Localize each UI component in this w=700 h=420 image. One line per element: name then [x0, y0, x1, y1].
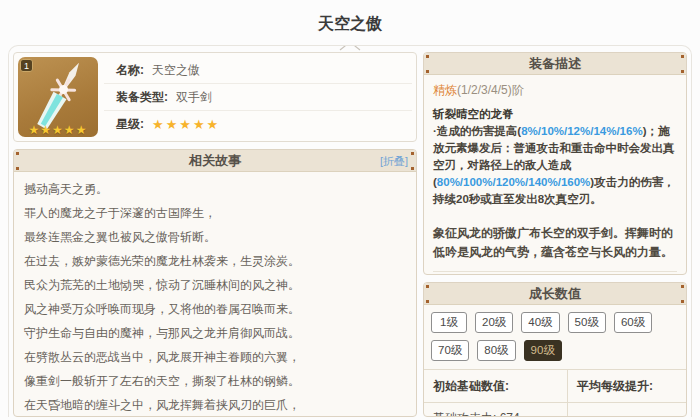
story-paragraph: 撼动高天之勇。: [24, 177, 406, 201]
content-frame: 1: [8, 45, 692, 417]
per-level-column: 平均每级提升:: [568, 370, 686, 417]
initial-stats-column: 初始基础数值: 基础攻击力: 674元素充能效率: 36.8%: [424, 370, 568, 417]
story-paragraph: 在过去，嫉妒蒙德光荣的魔龙杜林袭来，生灵涂炭。: [24, 249, 406, 273]
growth-panel-header: 成长数值: [424, 283, 686, 305]
description-body: 精炼(1/2/3/4/5)阶 斩裂晴空的龙脊 ·造成的伤害提高(8%/10%/1…: [424, 75, 686, 275]
chevron-up-icon: [338, 45, 362, 51]
level-buttons: 1级20级40级50级60级70级80级90级: [424, 305, 686, 370]
stat-line: 基础攻击力: 674: [433, 408, 558, 417]
weapon-card: 1: [13, 52, 417, 142]
star-rating: ★★★★★: [152, 117, 220, 132]
field-row-type: 装备类型: 双手剑: [104, 84, 412, 111]
growth-panel-title: 成长数值: [529, 286, 581, 301]
story-panel-header: 相关故事 [折叠]: [14, 150, 416, 172]
level-button-50级[interactable]: 50级: [568, 312, 606, 333]
per-level-header: 平均每级提升:: [568, 370, 686, 403]
field-label: 装备类型:: [116, 89, 168, 106]
story-paragraph: 风之神受万众呼唤而现身，又将他的眷属召唤而来。: [24, 297, 406, 321]
story-paragraph: 民众为荒芜的土地恸哭，惊动了沉睡林间的风之神。: [24, 273, 406, 297]
weapon-fields: 名称: 天空之傲 装备类型: 双手剑 星级: ★★★★★: [104, 57, 412, 137]
passive-effect: ·造成的伤害提高(8%/10%/12%/14%/16%)；施放元素爆发后：普通攻…: [433, 123, 677, 208]
field-row-rarity: 星级: ★★★★★: [104, 111, 412, 137]
initial-stats: 基础攻击力: 674元素充能效率: 36.8%: [424, 403, 567, 417]
story-panel: 相关故事 [折叠] 撼动高天之勇。罪人的魔龙之子于深邃的古国降生，最终连黑金之翼…: [13, 149, 417, 417]
refine-ranks: (1/2/3/4/5)阶: [457, 83, 524, 97]
description-panel: 装备描述 精炼(1/2/3/4/5)阶 斩裂晴空的龙脊 ·造成的伤害提高(8%/…: [423, 52, 687, 275]
story-paragraph: 在天昏地暗的缠斗之中，风龙挥舞着挟风刃的巨爪，: [24, 393, 406, 417]
growth-panel: 成长数值 1级20级40级50级60级70级80级90级 初始基础数值: 基础攻…: [423, 282, 687, 417]
icon-star-rating: ★★★★★: [18, 123, 98, 137]
effect-value-segment: 80%/100%/120%/140%/160%: [437, 176, 590, 188]
passive-name: 斩裂晴空的龙脊: [433, 107, 677, 121]
field-value: 双手剑: [176, 89, 212, 106]
level-button-70级[interactable]: 70级: [431, 340, 469, 361]
stat-columns: 初始基础数值: 基础攻击力: 674元素充能效率: 36.8% 平均每级提升:: [424, 370, 686, 417]
level-button-1级[interactable]: 1级: [431, 312, 467, 333]
field-label: 名称:: [116, 62, 144, 79]
effect-value-segment: 8%/10%/12%/14%/16%: [521, 125, 642, 137]
page-title: 天空之傲: [0, 0, 700, 45]
story-body: 撼动高天之勇。罪人的魔龙之子于深邃的古国降生，最终连黑金之翼也被风之傲骨斩断。在…: [14, 172, 416, 417]
flavor-text: 象征风龙的骄傲广布长空的双手剑。挥舞时的低吟是风龙的气势，蕴含苍空与长风的力量。: [433, 224, 677, 262]
effect-text-segment: ·造成的伤害提高(: [433, 125, 521, 137]
story-paragraph: 最终连黑金之翼也被风之傲骨斩断。: [24, 225, 406, 249]
story-paragraph: 罪人的魔龙之子于深邃的古国降生，: [24, 201, 406, 225]
level-button-80级[interactable]: 80级: [477, 340, 515, 361]
count-badge: 1: [20, 59, 33, 72]
adventure-rank-limit: 冒险等阶限制: 无: [433, 271, 677, 275]
refine-line: 精炼(1/2/3/4/5)阶: [433, 83, 677, 97]
story-paragraph: 像重剑一般斩开了左右的天空，撕裂了杜林的钢鳞。: [24, 369, 406, 393]
field-label: 星级:: [116, 116, 144, 133]
story-panel-title: 相关故事: [189, 153, 241, 168]
description-panel-header: 装备描述: [424, 53, 686, 75]
initial-stats-header: 初始基础数值:: [424, 370, 567, 403]
level-button-20级[interactable]: 20级: [475, 312, 513, 333]
level-button-40级[interactable]: 40级: [521, 312, 559, 333]
field-row-name: 名称: 天空之傲: [104, 57, 412, 84]
per-level-stats: [568, 403, 686, 413]
weapon-icon[interactable]: 1: [18, 57, 98, 137]
field-value: 天空之傲: [152, 62, 200, 79]
level-button-60级[interactable]: 60级: [614, 312, 652, 333]
story-paragraph: 守护生命与自由的魔神，与那风之龙并肩御风而战。: [24, 321, 406, 345]
level-button-90级[interactable]: 90级: [524, 340, 562, 361]
story-paragraph: 在劈散丛云的恶战当中，风龙展开神主眷顾的六翼，: [24, 345, 406, 369]
refine-label: 精炼: [433, 83, 457, 97]
collapse-link[interactable]: [折叠]: [380, 150, 408, 172]
description-panel-title: 装备描述: [529, 56, 581, 71]
